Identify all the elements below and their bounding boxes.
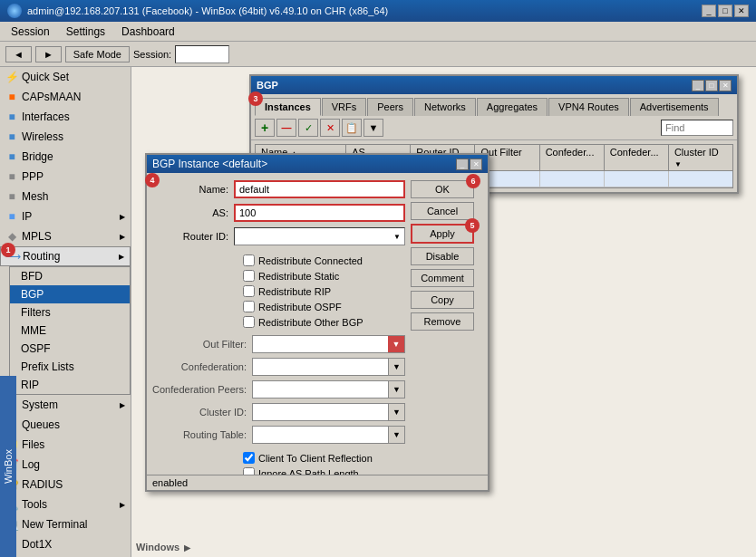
add-button[interactable]: + xyxy=(255,119,275,137)
confederation-dropdown[interactable]: ▼ xyxy=(388,359,404,375)
tab-instances[interactable]: Instances 3 xyxy=(255,98,321,116)
sidebar-item-ppp[interactable]: ■ PPP xyxy=(0,167,131,187)
filter-button[interactable]: ▼ xyxy=(363,119,383,137)
redist-ospf-checkbox[interactable] xyxy=(243,301,255,312)
sidebar-item-ip[interactable]: ■ IP ▶ xyxy=(0,206,131,226)
confed-peers-dropdown[interactable]: ▼ xyxy=(388,381,404,398)
cluster-id-dropdown[interactable]: ▼ xyxy=(388,404,404,420)
sidebar-item-files[interactable]: 📁 Files xyxy=(0,435,131,455)
tab-aggregates[interactable]: Aggregates xyxy=(477,98,548,116)
sidebar-item-queues[interactable]: ■ Queues xyxy=(0,415,131,435)
bgp-close-button[interactable]: ✕ xyxy=(719,80,732,91)
window-controls: _ □ ✕ xyxy=(702,5,749,17)
status-text: enabled xyxy=(152,477,188,488)
close-button[interactable]: ✕ xyxy=(734,5,749,17)
sidebar-item-bridge[interactable]: ■ Bridge xyxy=(0,147,131,167)
apply-button[interactable]: Apply 5 xyxy=(411,224,474,244)
maximize-button[interactable]: □ xyxy=(718,5,732,17)
ok-badge: 6 xyxy=(466,174,480,188)
check-button[interactable]: ✓ xyxy=(298,119,318,137)
sidebar-item-quick-set[interactable]: ⚡ Quick Set xyxy=(0,67,131,87)
out-filter-dropdown[interactable]: ▼ xyxy=(388,336,404,352)
submenu-prefix-lists[interactable]: Prefix Lists xyxy=(10,358,130,376)
router-id-row: Router ID: ▼ xyxy=(152,227,405,245)
tab-vrfs[interactable]: VRFs xyxy=(322,98,367,116)
minimize-button[interactable]: _ xyxy=(702,5,716,17)
cancel-button[interactable]: ✕ xyxy=(320,119,340,137)
ppp-icon: ■ xyxy=(5,170,18,183)
menu-settings[interactable]: Settings xyxy=(59,24,112,40)
quick-set-icon: ⚡ xyxy=(5,71,18,83)
session-input[interactable] xyxy=(175,45,229,63)
safe-mode-button[interactable]: Safe Mode xyxy=(65,46,130,62)
tab-advertisements[interactable]: Advertisements xyxy=(630,98,719,116)
forward-button[interactable]: ► xyxy=(35,46,62,62)
name-input[interactable] xyxy=(234,180,405,198)
tab-peers[interactable]: Peers xyxy=(367,98,413,116)
sidebar-label-mesh: Mesh xyxy=(22,190,48,203)
sidebar-item-capsman[interactable]: ■ CAPsMAAN xyxy=(0,87,131,107)
sidebar-item-routing[interactable]: ⟶ Routing ▶ 1 xyxy=(0,246,131,266)
tab-networks[interactable]: Networks xyxy=(414,98,476,116)
sidebar-item-system[interactable]: ⚙ System ▶ xyxy=(0,395,131,415)
bgp-maximize-button[interactable]: □ xyxy=(705,80,718,91)
submenu-filters[interactable]: Filters xyxy=(10,303,130,322)
bgp-minimize-button[interactable]: _ xyxy=(692,80,704,91)
remove-button[interactable]: — xyxy=(276,119,296,137)
sidebar-item-mesh[interactable]: ■ Mesh xyxy=(0,187,131,206)
cancel-button[interactable]: Cancel xyxy=(411,202,474,220)
back-button[interactable]: ◄ xyxy=(5,46,32,62)
checkbox-redist-ospf: Redistribute OSPF xyxy=(152,301,405,312)
disable-button[interactable]: Disable xyxy=(411,247,474,265)
routing-table-dropdown[interactable]: ▼ xyxy=(388,427,404,443)
col-cluster-id[interactable]: Cluster ID ▼ xyxy=(669,145,732,170)
bgp-window-controls: _ □ ✕ xyxy=(692,80,732,91)
sidebar-item-interfaces[interactable]: ■ Interfaces xyxy=(0,107,131,127)
redist-connected-label: Redistribute Connected xyxy=(258,255,363,266)
submenu-ospf[interactable]: OSPF xyxy=(10,340,130,358)
menu-session[interactable]: Session xyxy=(4,24,57,40)
out-filter-row: Out Filter: ▼ xyxy=(152,335,405,353)
submenu-bgp[interactable]: BGP xyxy=(10,285,130,303)
confederation-row: Confederation: ▼ xyxy=(152,358,405,376)
redist-static-checkbox[interactable] xyxy=(243,270,255,282)
copy-button-dialog[interactable]: Copy xyxy=(411,291,474,309)
col-confed2[interactable]: Confeder... xyxy=(605,145,669,170)
ok-button[interactable]: OK 6 xyxy=(411,180,474,198)
sidebar-item-wireless[interactable]: ■ Wireless xyxy=(0,127,131,147)
menu-dashboard[interactable]: Dashboard xyxy=(114,24,182,40)
sidebar-item-mpls[interactable]: ◆ MPLS ▶ xyxy=(0,226,131,246)
tab-vpn4-routes[interactable]: VPN4 Routes xyxy=(548,98,629,116)
comment-button[interactable]: Comment xyxy=(411,269,474,287)
client-reflection-checkbox[interactable] xyxy=(243,452,255,464)
redist-rip-checkbox[interactable] xyxy=(243,285,255,297)
router-id-select[interactable]: ▼ xyxy=(234,227,405,245)
remove-button-dialog[interactable]: Remove xyxy=(411,312,474,331)
sidebar-label-log: Log xyxy=(22,458,40,471)
col-confed1[interactable]: Confeder... xyxy=(540,145,605,170)
sidebar-label-radius: RADIUS xyxy=(22,478,63,491)
sidebar-item-new-terminal[interactable]: 💻 New Terminal xyxy=(0,514,131,534)
interfaces-icon: ■ xyxy=(5,110,18,123)
dialog-minimize[interactable]: _ xyxy=(456,158,469,170)
redist-other-bgp-checkbox[interactable] xyxy=(243,316,255,328)
submenu-bfd[interactable]: BFD xyxy=(10,267,130,285)
bridge-icon: ■ xyxy=(5,150,18,163)
sidebar-item-log[interactable]: 📝 Log xyxy=(0,455,131,475)
out-filter-label: Out Filter: xyxy=(152,339,252,350)
system-submenu-arrow: ▶ xyxy=(120,401,125,409)
redist-connected-checkbox[interactable] xyxy=(243,254,255,266)
submenu-mme[interactable]: MME xyxy=(10,322,130,340)
sidebar-item-dot1x[interactable]: ■ Dot1X xyxy=(0,534,131,554)
cell-cluster-id xyxy=(669,171,732,187)
dialog-close[interactable]: ✕ xyxy=(470,158,482,170)
window-title: admin@192.168.207.131 (Facebook) - WinBo… xyxy=(27,5,696,16)
find-input[interactable] xyxy=(661,120,733,136)
sidebar-item-tools[interactable]: 🔧 Tools ▶ xyxy=(0,495,131,514)
submenu-rip[interactable]: RIP xyxy=(10,376,130,394)
sidebar-item-radius[interactable]: 🔐 RADIUS xyxy=(0,475,131,495)
copy-button[interactable]: 📋 xyxy=(342,119,362,137)
sidebar-label-ppp: PPP xyxy=(22,170,44,183)
sidebar-label-mpls: MPLS xyxy=(22,230,52,243)
as-input[interactable] xyxy=(234,204,405,222)
